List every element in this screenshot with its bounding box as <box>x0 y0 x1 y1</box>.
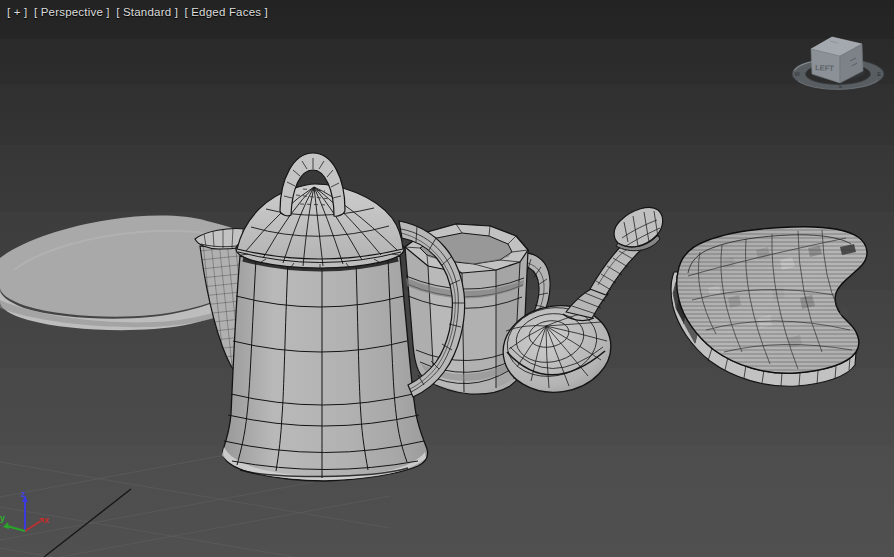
x-axis <box>25 521 41 531</box>
viewport-label: [ + ] [ Perspective ] [ Standard ] [ Edg… <box>7 6 271 18</box>
compass-south-label[interactable]: S <box>838 83 842 89</box>
viewcube[interactable]: W E S LEFT <box>792 37 884 90</box>
y-axis <box>7 526 25 531</box>
viewport-canvas[interactable]: [ + ] [ Perspective ] [ Standard ] [ Edg… <box>0 0 894 557</box>
x-axis-label: x <box>44 515 49 525</box>
grid-axis-line <box>44 489 131 557</box>
y-axis-label: y <box>0 513 5 523</box>
compass-west-label[interactable]: W <box>794 71 800 77</box>
viewcube-face-label[interactable]: LEFT <box>815 63 835 73</box>
object-bread-slice[interactable] <box>671 227 867 386</box>
compass-east-label[interactable]: E <box>877 71 881 77</box>
viewport-pov-menu[interactable]: [ Perspective ] <box>34 6 110 18</box>
viewport-general-menu[interactable]: [ + ] <box>7 6 28 18</box>
viewport-shading-menu[interactable]: [ Edged Faces ] <box>184 6 268 18</box>
scene-3d[interactable]: z x y W E S LEFT <box>0 0 894 557</box>
coffee-pot-lid <box>236 153 404 268</box>
z-axis-label: z <box>21 489 26 499</box>
viewport-render-quality-menu[interactable]: [ Standard ] <box>116 6 178 18</box>
